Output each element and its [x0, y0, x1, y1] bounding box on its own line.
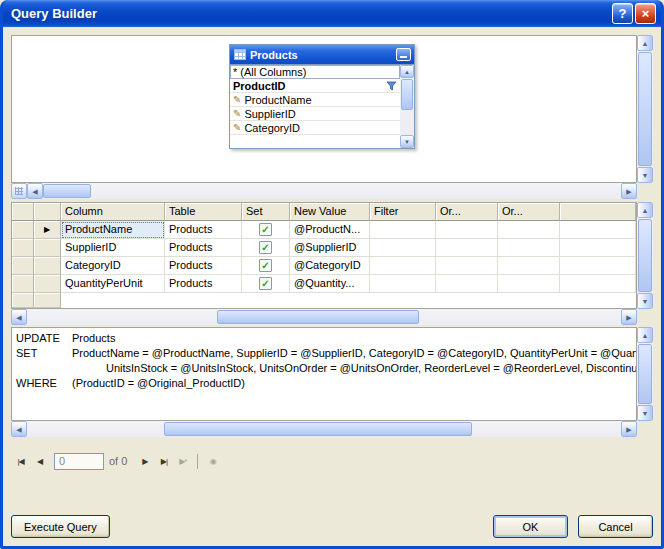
set-checkbox[interactable]: ✓ [259, 259, 272, 272]
grid-cell-column[interactable]: CategoryID [61, 257, 165, 275]
set-checkbox[interactable]: ✓ [259, 277, 272, 290]
grid-cell-set[interactable]: ✓ [242, 239, 290, 257]
move-previous-button[interactable]: ◀ [30, 452, 49, 470]
scroll-track[interactable] [637, 343, 653, 405]
grid-cell-or1[interactable] [436, 275, 498, 293]
column-row-categoryid[interactable]: ✎ CategoryID [230, 121, 400, 135]
ok-button[interactable]: OK [493, 515, 568, 538]
scroll-track[interactable] [43, 183, 621, 199]
scroll-up-button[interactable]: ▲ [400, 65, 414, 78]
scroll-down-button[interactable]: ▼ [400, 135, 414, 148]
grid-cell-set[interactable]: ✓ [242, 221, 290, 239]
grid-vertical-scrollbar[interactable]: ▲ ▼ [637, 202, 653, 309]
grid-cell-table[interactable]: Products [165, 239, 242, 257]
grid-cell-new-value[interactable]: @Quantity... [290, 275, 370, 293]
execute-query-button[interactable]: Execute Query [11, 515, 110, 538]
scroll-right-button[interactable]: ▶ [621, 309, 637, 325]
grid-header-column[interactable]: Column [61, 203, 165, 221]
scroll-left-button[interactable]: ◀ [11, 309, 27, 325]
minimize-table-button[interactable] [396, 48, 411, 61]
grid-header-set[interactable]: Set [242, 203, 290, 221]
scroll-thumb[interactable] [638, 344, 652, 404]
scroll-right-button[interactable]: ▶ [621, 421, 637, 437]
grid-cell-filter[interactable] [370, 239, 436, 257]
grid-cell-table[interactable]: Products [165, 221, 242, 239]
sql-horizontal-scrollbar[interactable]: ◀ ▶ [11, 421, 637, 437]
sql-vertical-scrollbar[interactable]: ▲ ▼ [637, 327, 653, 421]
scroll-left-button[interactable]: ◀ [11, 421, 27, 437]
grid-cell-or1[interactable] [436, 221, 498, 239]
grid-header-new-value[interactable]: New Value [290, 203, 370, 221]
add-new-record-button[interactable]: ▶* [173, 452, 192, 470]
grid-cell-column[interactable]: SupplierID [61, 239, 165, 257]
products-table-card[interactable]: Products * (All Columns) ProductID [229, 44, 415, 149]
cancel-query-button[interactable]: ◉ [203, 452, 222, 470]
scroll-track[interactable] [27, 421, 621, 437]
grid-cell-or2[interactable] [498, 275, 560, 293]
grid-cell-filter[interactable] [370, 275, 436, 293]
row-selector[interactable] [12, 239, 34, 257]
row-selector[interactable] [34, 239, 61, 257]
row-selector[interactable] [12, 257, 34, 275]
diagram-pane[interactable]: Products * (All Columns) ProductID [11, 35, 637, 183]
current-row-indicator[interactable]: ▶ [34, 221, 61, 239]
scroll-thumb[interactable] [638, 219, 652, 292]
scroll-thumb[interactable] [164, 422, 473, 436]
grid-cell-filter[interactable] [370, 221, 436, 239]
scroll-track[interactable] [637, 218, 653, 293]
scroll-right-button[interactable]: ▶ [621, 183, 637, 199]
sql-pane[interactable]: UPDATE Products SET ProductName = @Produ… [11, 327, 637, 421]
grid-cell-or1[interactable] [436, 257, 498, 275]
set-checkbox[interactable]: ✓ [259, 241, 272, 254]
table-card-scrollbar[interactable]: ▲ ▼ [400, 65, 414, 148]
scroll-thumb[interactable] [43, 184, 91, 198]
products-table-header[interactable]: Products [230, 45, 414, 64]
scroll-up-button[interactable]: ▲ [637, 35, 653, 51]
scroll-track[interactable] [400, 78, 414, 135]
move-last-button[interactable]: ▶| [154, 452, 173, 470]
grid-cell-new-value[interactable]: @CategoryID [290, 257, 370, 275]
move-next-button[interactable]: ▶ [135, 452, 154, 470]
scroll-down-button[interactable]: ▼ [637, 167, 653, 183]
scroll-up-button[interactable]: ▲ [637, 327, 653, 343]
column-row-productname[interactable]: ✎ ProductName [230, 93, 400, 107]
help-button[interactable]: ? [612, 3, 633, 24]
grid-cell-column[interactable]: ProductName [61, 221, 165, 239]
cancel-button[interactable]: Cancel [578, 515, 653, 538]
grid-cell-filter[interactable] [370, 257, 436, 275]
grid-cell-table[interactable]: Products [165, 275, 242, 293]
column-row-productid[interactable]: ProductID [230, 79, 400, 93]
grid-cell-new-value[interactable]: @ProductN... [290, 221, 370, 239]
diagram-vertical-scrollbar[interactable]: ▲ ▼ [637, 35, 653, 183]
diagram-horizontal-scrollbar[interactable]: ◀ ▶ [27, 183, 637, 199]
titlebar[interactable]: Query Builder ? × [3, 0, 661, 27]
grid-header-table[interactable]: Table [165, 203, 242, 221]
row-selector[interactable] [34, 275, 61, 293]
scroll-down-button[interactable]: ▼ [637, 405, 653, 421]
scroll-track[interactable] [27, 309, 621, 325]
column-row-all-columns[interactable]: * (All Columns) [230, 65, 400, 79]
scroll-up-button[interactable]: ▲ [637, 202, 653, 218]
grid-cell-or2[interactable] [498, 257, 560, 275]
grid-cell-column[interactable]: QuantityPerUnit [61, 275, 165, 293]
grid-horizontal-scrollbar[interactable]: ◀ ▶ [11, 309, 637, 325]
row-selector[interactable] [34, 257, 61, 275]
scroll-thumb[interactable] [638, 52, 652, 166]
grid-header-filter[interactable]: Filter [370, 203, 436, 221]
scroll-down-button[interactable]: ▼ [637, 293, 653, 309]
grid-cell-new-value[interactable]: @SupplierID [290, 239, 370, 257]
row-selector[interactable] [12, 275, 34, 293]
grid-cell-or2[interactable] [498, 239, 560, 257]
grid-header-or2[interactable]: Or... [498, 203, 560, 221]
grid-cell-set[interactable]: ✓ [242, 275, 290, 293]
grid-cell-set[interactable]: ✓ [242, 257, 290, 275]
scroll-thumb[interactable] [217, 310, 419, 324]
set-checkbox[interactable]: ✓ [259, 223, 272, 236]
close-button[interactable]: × [635, 3, 656, 24]
scroll-left-button[interactable]: ◀ [27, 183, 43, 199]
grid-cell-table[interactable]: Products [165, 257, 242, 275]
pane-splitter-grip[interactable] [11, 183, 27, 199]
grid-cell-or2[interactable] [498, 221, 560, 239]
row-selector[interactable] [12, 221, 34, 239]
grid-header-or1[interactable]: Or... [436, 203, 498, 221]
